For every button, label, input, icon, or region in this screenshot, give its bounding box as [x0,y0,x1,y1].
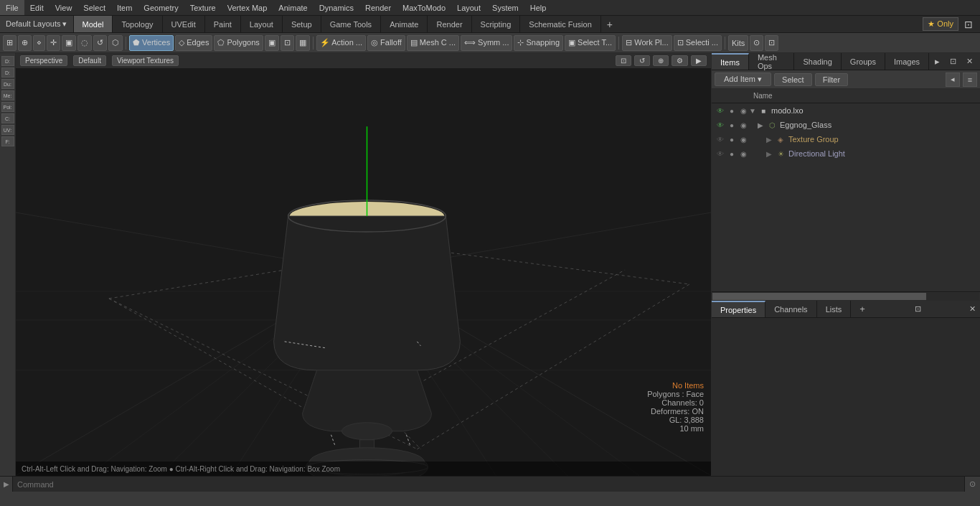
menu-layout[interactable]: Layout [451,0,486,15]
action-btn[interactable]: ⚡ Action ... [316,35,366,51]
tab-items[interactable]: Items [712,53,749,70]
items-list[interactable]: 👁 ● ◉ ▼ ■ modo.lxo 👁 ● ◉ ▶ ⬡ Eggnog_Glas… [712,103,980,291]
item-ref-3[interactable]: ◉ [738,133,749,145]
menu-geometry[interactable]: Geometry [138,0,184,15]
mesh-c-btn[interactable]: ▤ Mesh C ... [407,35,459,51]
layout-dropdown[interactable]: Default Layouts ▾ [0,16,74,32]
layout-tab-add[interactable]: + [601,16,618,32]
scroll-thumb[interactable] [712,293,926,300]
item-eye-2[interactable]: 👁 [715,119,726,131]
menu-animate[interactable]: Animate [273,0,313,15]
menu-select[interactable]: Select [77,0,111,15]
sidebar-btn-6[interactable]: C: [1,113,14,123]
layout-tab-layout[interactable]: Layout [241,16,283,32]
sidebar-btn-7[interactable]: UV: [1,125,14,135]
item-row-modo-lxo[interactable]: 👁 ● ◉ ▼ ■ modo.lxo [712,103,980,118]
toggle2-btn[interactable]: ▦ [296,35,310,51]
tab-mesh-ops[interactable]: Mesh Ops [749,53,795,70]
vertices-btn[interactable]: ⬟ Vertices [129,35,174,51]
menu-system[interactable]: System [486,0,524,15]
scroll-track[interactable] [712,293,979,300]
viewport-more-btn[interactable]: ▶ [691,55,707,66]
rotate-btn[interactable]: ↺ [93,35,107,51]
menu-vertex-map[interactable]: Vertex Map [222,0,273,15]
menu-render[interactable]: Render [359,0,397,15]
item-expand-1[interactable]: ▼ [749,107,758,115]
props-expand-icon[interactable]: ⊡ [910,304,925,314]
tab-groups[interactable]: Groups [842,53,885,70]
menu-maxtomodo[interactable]: MaxToModo [397,0,451,15]
item-ref-1[interactable]: ◉ [738,105,749,116]
item-expand-2[interactable]: ▶ [758,121,766,129]
props-close-icon[interactable]: ✕ [965,304,980,314]
command-input[interactable] [13,477,964,492]
sidebar-btn-4[interactable]: Me: [1,90,14,100]
items-scrollbar[interactable] [712,291,980,300]
item-row-texture-group[interactable]: 👁 ● ◉ ▶ ◈ Texture Group [712,132,980,146]
items-expand-icon[interactable]: ⊡ [946,57,961,66]
item-ref-4[interactable]: ◉ [738,148,749,159]
menu-edit[interactable]: Edit [24,0,50,15]
item-eye-1[interactable]: 👁 [715,105,726,116]
select-t-btn[interactable]: ▣ Select T... [565,35,616,51]
filter-button[interactable]: Filter [815,73,848,86]
transform-btn[interactable]: ✛ [47,35,60,51]
loop-btn[interactable]: ◌ [77,35,92,51]
item-lock-1[interactable]: ● [726,105,738,116]
item-lock-3[interactable]: ● [726,133,738,145]
item-expand-3[interactable]: ▶ [766,136,775,144]
snap-btn[interactable]: ⊞ [3,35,17,51]
layout-tab-game-tools[interactable]: Game Tools [321,16,382,32]
command-arrow-btn[interactable]: ▶ [0,477,13,492]
item-row-directional-light[interactable]: 👁 ● ◉ ▶ ☀ Directional Light [712,146,980,161]
falloff-btn[interactable]: ◎ Falloff [367,35,405,51]
nav1-btn[interactable]: ⊙ [750,35,763,51]
viewport-type-btn[interactable]: Perspective [20,55,67,66]
selecti-btn[interactable]: ⊡ Selecti ... [674,35,722,51]
layout-expand-icon[interactable]: ⊡ [961,17,976,32]
globe-btn[interactable]: ⊕ [18,35,32,51]
layout-tab-animate[interactable]: Animate [381,16,428,32]
shield-btn[interactable]: ⬡ [108,35,123,51]
items-expand-all-icon[interactable]: ≡ [963,72,977,87]
menu-help[interactable]: Help [524,0,552,15]
box-select-btn[interactable]: ▣ [62,35,76,51]
layout-tab-paint[interactable]: Paint [205,16,241,32]
toggle1-btn[interactable]: ⊡ [281,35,294,51]
tab-images[interactable]: Images [885,53,929,70]
tab-properties[interactable]: Properties [712,301,765,317]
viewport-zoom-btn[interactable]: ⊕ [653,55,669,66]
work-pl-btn[interactable]: ⊟ Work Pl... [622,35,672,51]
item-eye-3[interactable]: 👁 [715,133,726,145]
viewport[interactable]: Perspective Default Viewport Textures ⊡ … [16,53,711,476]
viewport-rotate-btn[interactable]: ↺ [634,55,650,66]
viewport-texture-btn[interactable]: Viewport Textures [112,55,179,66]
tab-shading[interactable]: Shading [794,53,841,70]
star-only-button[interactable]: ★ Only [923,17,958,31]
command-run-btn[interactable]: ⊙ [964,477,980,492]
item-ref-2[interactable]: ◉ [738,119,749,131]
viewport-shading-btn[interactable]: Default [73,55,106,66]
lasso-btn[interactable]: ⋄ [33,35,45,51]
edges-btn[interactable]: ◇ Edges [175,35,212,51]
mode-btn[interactable]: ▣ [265,35,279,51]
layout-tab-scripting[interactable]: Scripting [472,16,521,32]
menu-view[interactable]: View [50,0,78,15]
items-tab-add[interactable]: ▸ [929,53,946,70]
sidebar-btn-1[interactable]: D: [1,56,14,66]
viewport-fit-btn[interactable]: ⊡ [616,55,631,66]
tab-lists[interactable]: Lists [817,301,852,317]
polygons-btn[interactable]: ⬠ Polygons [214,35,263,51]
sidebar-btn-8[interactable]: F: [1,136,14,146]
sidebar-btn-3[interactable]: Du: [1,79,14,89]
sidebar-btn-5[interactable]: Pol: [1,102,14,112]
items-close-icon[interactable]: ✕ [962,57,977,66]
sidebar-btn-2[interactable]: D: [1,67,14,78]
snapping-btn[interactable]: ⊹ Snapping [514,35,563,51]
viewport-settings-btn[interactable]: ⚙ [672,55,688,66]
layout-tab-model[interactable]: Model [74,16,113,32]
tab-channels[interactable]: Channels [765,301,816,317]
items-collapse-icon[interactable]: ◂ [946,72,960,87]
layout-tab-uvedit[interactable]: UVEdit [163,16,205,32]
layout-tab-topology[interactable]: Topology [113,16,162,32]
